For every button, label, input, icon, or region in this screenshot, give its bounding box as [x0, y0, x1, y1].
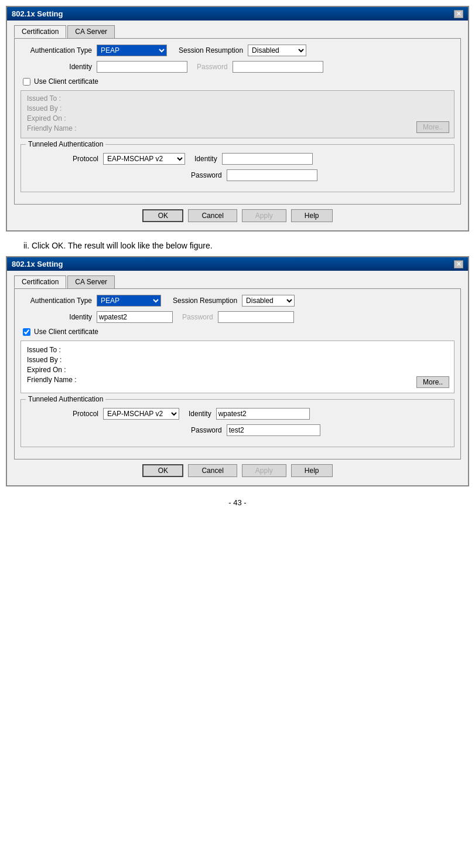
protocol-label-1: Protocol: [27, 155, 103, 163]
dialog1-tabs: Certification CA Server: [14, 25, 461, 38]
session-label-1: Session Resumption: [179, 46, 243, 55]
auth-type-label-1: Authentication Type: [20, 46, 97, 55]
apply-button-2[interactable]: Apply: [242, 464, 286, 477]
tab-ca-server-2[interactable]: CA Server: [67, 275, 115, 288]
tunneled-password-input-2[interactable]: [227, 424, 320, 436]
cert-more-button-2[interactable]: More..: [416, 376, 449, 388]
dialog1-close-button[interactable]: ✕: [454, 10, 463, 18]
protocol-identity-row-1: Protocol EAP-MSCHAP v2 Identity: [27, 153, 448, 165]
tunneled-identity-input-1[interactable]: [222, 153, 313, 165]
auth-type-select-2[interactable]: PEAP: [97, 295, 161, 307]
cert2-friendly-name: Friendly Name :: [27, 376, 448, 384]
identity-label-2: Identity: [20, 313, 97, 321]
auth-session-row-2: Authentication Type PEAP Session Resumpt…: [20, 295, 455, 307]
session-label-2: Session Resumption: [173, 297, 237, 305]
cert-more-button-1[interactable]: More..: [416, 121, 449, 133]
cancel-button-2[interactable]: Cancel: [188, 464, 237, 477]
password-label-2: Password: [182, 313, 213, 321]
cert-expired-on-1: Expired On :: [27, 114, 448, 122]
protocol-label-2: Protocol: [27, 410, 103, 418]
use-client-cert-checkbox-1[interactable]: [23, 78, 30, 86]
dialog2-titlebar: 802.1x Setting ✕: [7, 257, 468, 271]
tunneled-auth-group-2: Tunneled Authentication Protocol EAP-MSC…: [20, 399, 455, 447]
password-input-2[interactable]: [218, 311, 294, 323]
identity-label-1: Identity: [20, 63, 97, 71]
tunneled-identity-label-2: Identity: [189, 410, 211, 418]
dialog2-title: 802.1x Setting: [12, 260, 63, 268]
dialog1-buttons: OK Cancel Apply Help: [14, 205, 461, 226]
instruction-text: ii. Click OK. The result will look like …: [23, 241, 469, 250]
dialog1: 802.1x Setting ✕ Certification CA Server…: [6, 6, 469, 232]
cert2-expired-on: Expired On :: [27, 366, 448, 374]
tab-certification-1[interactable]: Certification: [14, 25, 66, 38]
page-number: - 43 -: [6, 498, 469, 507]
cert-box-2: Issued To : Issued By : Expired On : Fri…: [20, 341, 455, 393]
ok-button-2[interactable]: OK: [142, 464, 183, 477]
dialog2-close-button[interactable]: ✕: [454, 260, 463, 268]
auth-session-row-1: Authentication Type PEAP Session Resumpt…: [20, 45, 455, 56]
dialog2: 802.1x Setting ✕ Certification CA Server…: [6, 256, 469, 486]
tunneled-auth-title-1: Tunneled Authentication: [26, 140, 105, 148]
tunneled-identity-label-1: Identity: [194, 155, 217, 163]
tab-certification-2[interactable]: Certification: [14, 275, 66, 288]
identity-password-row-1: Identity Password: [20, 61, 455, 73]
tunneled-password-label-2: Password: [191, 426, 222, 434]
tunneled-password-row-1: Password: [27, 169, 448, 181]
tunneled-auth-group-1: Tunneled Authentication Protocol EAP-MSC…: [20, 144, 455, 192]
dialog2-content: Certification CA Server Authentication T…: [7, 271, 468, 485]
protocol-select-1[interactable]: EAP-MSCHAP v2: [103, 153, 185, 165]
tunneled-password-label-1: Password: [191, 171, 222, 179]
dialog1-content: Certification CA Server Authentication T…: [7, 21, 468, 230]
dialog2-buttons: OK Cancel Apply Help: [14, 459, 461, 481]
cert2-issued-to: Issued To :: [27, 346, 448, 354]
session-select-1[interactable]: Disabled: [248, 45, 306, 56]
protocol-select-2[interactable]: EAP-MSCHAP v2: [103, 408, 179, 420]
tab-ca-server-1[interactable]: CA Server: [67, 25, 115, 38]
protocol-identity-row-2: Protocol EAP-MSCHAP v2 Identity: [27, 408, 448, 420]
identity-input-1[interactable]: [97, 61, 187, 73]
cert-box-1: Issued To : Issued By : Expired On : Fri…: [20, 90, 455, 138]
cert-issued-by-1: Issued By :: [27, 104, 448, 113]
cert-issued-to-1: Issued To :: [27, 94, 448, 103]
client-cert-row-2: Use Client certificate: [20, 328, 455, 336]
dialog1-tab-body: Authentication Type PEAP Session Resumpt…: [14, 38, 461, 205]
tunneled-password-row-2: Password: [27, 424, 448, 436]
identity-input-2[interactable]: [97, 311, 173, 323]
help-button-1[interactable]: Help: [291, 209, 333, 222]
dialog2-tab-body: Authentication Type PEAP Session Resumpt…: [14, 288, 461, 459]
dialog1-titlebar: 802.1x Setting ✕: [7, 7, 468, 21]
tunneled-password-input-1[interactable]: [227, 169, 317, 181]
auth-type-select-1[interactable]: PEAP: [97, 45, 167, 56]
cert-friendly-name-1: Friendly Name :: [27, 124, 448, 132]
ok-button-1[interactable]: OK: [142, 209, 183, 222]
client-cert-row-1: Use Client certificate: [20, 77, 455, 86]
cancel-button-1[interactable]: Cancel: [188, 209, 237, 222]
password-input-1[interactable]: [233, 61, 323, 73]
tunneled-auth-title-2: Tunneled Authentication: [26, 395, 105, 403]
tunneled-identity-input-2[interactable]: [216, 408, 310, 420]
auth-type-label-2: Authentication Type: [20, 297, 97, 305]
help-button-2[interactable]: Help: [291, 464, 333, 477]
use-client-cert-label-1: Use Client certificate: [34, 77, 98, 86]
use-client-cert-label-2: Use Client certificate: [34, 328, 98, 336]
cert2-issued-by: Issued By :: [27, 356, 448, 364]
session-select-2[interactable]: Disabled: [242, 295, 295, 307]
identity-password-row-2: Identity Password: [20, 311, 455, 323]
dialog1-title: 802.1x Setting: [12, 9, 63, 18]
use-client-cert-checkbox-2[interactable]: [23, 328, 30, 336]
dialog2-tabs: Certification CA Server: [14, 275, 461, 288]
password-label-1: Password: [197, 63, 228, 71]
apply-button-1[interactable]: Apply: [242, 209, 286, 222]
